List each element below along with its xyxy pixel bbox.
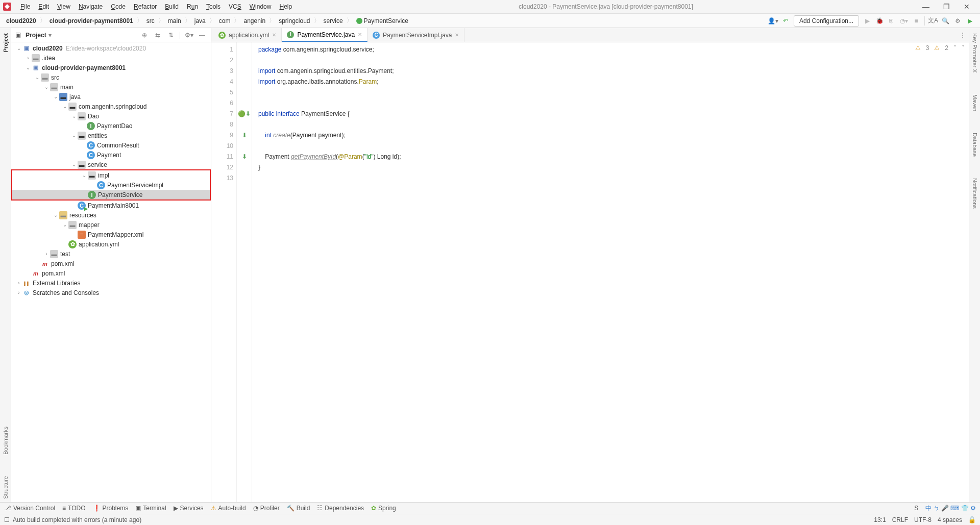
tree-paymentserviceimpl[interactable]: CPaymentServiceImpl xyxy=(12,180,210,190)
crumb-7[interactable]: springcloud xyxy=(277,16,312,26)
crumb-4[interactable]: java xyxy=(192,16,208,26)
chevron-down-icon[interactable]: ˅ xyxy=(962,44,965,52)
ime-toolbar[interactable]: 中 ㄅ 🎤 ⌨ 👕 ⚙ xyxy=(925,504,976,513)
menu-refactor[interactable]: Refactor xyxy=(130,3,161,10)
crumb-2[interactable]: src xyxy=(144,16,157,26)
coverage-icon[interactable]: ⛨ xyxy=(886,15,898,27)
maximize-button[interactable]: ❐ xyxy=(936,0,957,14)
menu-vcs[interactable]: VCS xyxy=(225,3,246,10)
profile-icon[interactable]: ◔▾ xyxy=(898,15,910,27)
tree-pom1[interactable]: mpom.xml xyxy=(11,259,211,268)
crumb-3[interactable]: main xyxy=(166,16,183,26)
minimize-button[interactable]: — xyxy=(916,0,936,14)
tree-paymentservice[interactable]: IPaymentService xyxy=(12,190,210,199)
menu-run[interactable]: Run xyxy=(183,3,202,10)
left-tab-project[interactable]: Project xyxy=(3,30,9,55)
tree-pom2[interactable]: mpom.xml xyxy=(11,268,211,278)
tree-paymentdao[interactable]: IPaymentDao xyxy=(11,121,211,131)
crumb-0[interactable]: cloud2020 xyxy=(4,16,38,26)
status-icon[interactable]: ☐ xyxy=(4,516,10,523)
tree-entities[interactable]: ⌄▬entities xyxy=(11,131,211,140)
crumb-6[interactable]: angenin xyxy=(241,16,267,26)
tool-problems[interactable]: ❗ Problems xyxy=(93,505,129,512)
back-arrow-icon[interactable]: ↶ xyxy=(779,15,792,27)
line-separator[interactable]: CRLF xyxy=(892,516,908,523)
close-icon[interactable]: ✕ xyxy=(358,32,362,37)
tree-paymentmapperxml[interactable]: ≡PaymentMapper.xml xyxy=(11,230,211,239)
expand-icon[interactable]: ⇆ xyxy=(153,32,162,39)
user-icon[interactable]: 👤▾ xyxy=(767,15,779,27)
menu-build[interactable]: Build xyxy=(161,3,183,10)
tree-test[interactable]: ›▬test xyxy=(11,249,211,259)
implemented-icon[interactable]: 🟢⬇ xyxy=(238,110,251,117)
project-dropdown-icon[interactable]: ▾ xyxy=(48,32,52,39)
tab-paymentservice[interactable]: IPaymentService.java✕ xyxy=(282,28,368,42)
code-body[interactable]: package com.angenin.springcloud.service;… xyxy=(252,42,401,502)
search-icon[interactable]: 🔍 xyxy=(939,15,951,27)
tree-service[interactable]: ⌄▬service xyxy=(11,160,211,169)
tab-more-icon[interactable]: ⋮ xyxy=(957,28,969,42)
settings-icon[interactable]: ⚙ xyxy=(951,15,964,27)
caret-position[interactable]: 13:1 xyxy=(874,516,886,523)
crumb-8[interactable]: service xyxy=(322,16,345,26)
tree-settings-icon[interactable]: ⚙▾ xyxy=(184,32,193,39)
code-editor[interactable]: 12345678910111213 🟢⬇ ⬇ ⬇ package com.ang… xyxy=(211,42,969,502)
gutter-marks[interactable]: 🟢⬇ ⬇ ⬇ xyxy=(237,42,252,502)
menu-code[interactable]: Code xyxy=(107,3,130,10)
tree-idea[interactable]: ›▬.idea xyxy=(11,53,211,63)
tree-resources[interactable]: ⌄▬resources xyxy=(11,210,211,220)
tree-root[interactable]: ⌄▣cloud2020E:\idea-workspace\cloud2020 xyxy=(11,43,211,53)
tree-src[interactable]: ⌄▬src xyxy=(11,72,211,82)
menu-file[interactable]: File xyxy=(16,3,34,10)
close-icon[interactable]: ✕ xyxy=(455,32,459,38)
locate-icon[interactable]: ⊕ xyxy=(140,32,149,39)
play-store-icon[interactable]: ▶ xyxy=(964,15,976,27)
tree-mapper[interactable]: ⌄▬mapper xyxy=(11,220,211,230)
project-title[interactable]: Project xyxy=(26,32,46,39)
tool-terminal[interactable]: ▣ Terminal xyxy=(135,505,166,512)
tab-paymentserviceimpl[interactable]: CPaymentServiceImpl.java✕ xyxy=(368,28,464,42)
chevron-up-icon[interactable]: ˄ xyxy=(953,44,957,52)
menu-view[interactable]: View xyxy=(53,3,75,10)
tool-build[interactable]: 🔨 Build xyxy=(287,505,310,512)
tab-application-yml[interactable]: ✿application.yml✕ xyxy=(213,28,282,42)
translate-icon[interactable]: 文A xyxy=(927,15,939,27)
tree-dao[interactable]: ⌄▬Dao xyxy=(11,111,211,121)
close-icon[interactable]: ✕ xyxy=(272,32,276,38)
indent[interactable]: 4 spaces xyxy=(938,516,962,523)
implemented-icon[interactable]: ⬇ xyxy=(242,153,247,160)
crumb-1[interactable]: cloud-provider-payment8001 xyxy=(47,16,135,26)
menu-help[interactable]: Help xyxy=(275,3,296,10)
menu-edit[interactable]: Edit xyxy=(34,3,53,10)
crumb-5[interactable]: com xyxy=(217,16,233,26)
run-icon[interactable]: ▶ xyxy=(861,15,873,27)
inspection-widget[interactable]: ⚠3 ⚠2 ˄ ˅ xyxy=(915,44,965,52)
right-tab-database[interactable]: Database xyxy=(972,130,978,160)
add-configuration-button[interactable]: Add Configuration... xyxy=(794,15,859,27)
tool-profiler[interactable]: ◔ Profiler xyxy=(253,505,280,512)
menu-tools[interactable]: Tools xyxy=(202,3,225,10)
tree-impl[interactable]: ⌄▬impl xyxy=(12,170,210,180)
tool-autobuild[interactable]: ⚠ Auto-build xyxy=(211,505,246,512)
project-tree[interactable]: ⌄▣cloud2020E:\idea-workspace\cloud2020 ›… xyxy=(11,42,211,502)
tree-java[interactable]: ⌄▬java xyxy=(11,92,211,102)
tool-services[interactable]: ▶ Services xyxy=(174,505,204,512)
tree-appyml[interactable]: ✿application.yml xyxy=(11,239,211,249)
hide-panel-icon[interactable]: — xyxy=(198,32,207,39)
tree-pkg[interactable]: ⌄▬com.angenin.springcloud xyxy=(11,102,211,111)
left-tab-structure[interactable]: Structure xyxy=(3,473,9,502)
ime-icon[interactable]: S xyxy=(914,505,918,512)
tree-main[interactable]: ⌄▬main xyxy=(11,82,211,92)
readonly-lock-icon[interactable]: 🔓 xyxy=(968,516,976,523)
tool-spring[interactable]: ✿ Spring xyxy=(371,505,396,512)
tool-dependencies[interactable]: ☷ Dependencies xyxy=(317,505,364,512)
tree-commonresult[interactable]: CCommonResult xyxy=(11,140,211,150)
left-tab-bookmarks[interactable]: Bookmarks xyxy=(3,423,9,458)
menu-window[interactable]: Window xyxy=(246,3,276,10)
right-tab-maven[interactable]: Maven xyxy=(972,91,978,114)
tool-version-control[interactable]: ⎇ Version Control xyxy=(4,505,55,512)
tool-todo[interactable]: ≡ TODO xyxy=(62,505,85,512)
crumb-9[interactable]: PaymentService xyxy=(354,16,410,26)
tree-module[interactable]: ⌄▣cloud-provider-payment8001 xyxy=(11,63,211,72)
menu-navigate[interactable]: Navigate xyxy=(75,3,107,10)
